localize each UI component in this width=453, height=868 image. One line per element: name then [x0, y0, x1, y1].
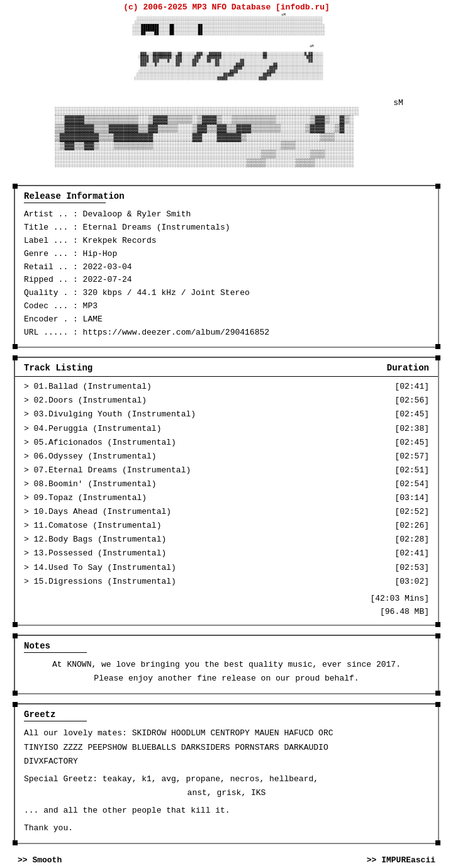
corner-tl [13, 184, 18, 189]
total-size: [96.48 MB] [24, 606, 429, 619]
track-list: > 01.Ballad (Instrumental)[02:41]> 02.Do… [24, 380, 429, 588]
corner-br [435, 691, 440, 696]
ascii-pre-render: sM ▓▓▓░░░▓▓▓▓▓▓▓▓▓░░░▓▓░░░░░░░▓▓▓░░░▓▓▓▓… [0, 43, 453, 84]
release-fields: Artist .. : Devaloop & Ryler Smith Title… [24, 208, 429, 339]
track-duration-2: [02:56] [394, 394, 429, 408]
greetz-underline [24, 721, 87, 721]
corner-tl [13, 702, 18, 707]
greetz-line2: TINYISO ZZZZ PEEPSHOW BLUEBALLS DARKSIDE… [24, 741, 429, 755]
greetz-title: Greetz [24, 709, 429, 720]
track-name-10: > 10.Days Ahead (Instrumental) [24, 505, 171, 519]
release-info-title: Release Information [24, 191, 429, 201]
corner-tr [435, 355, 440, 360]
duration-header: Duration [387, 363, 429, 373]
greetz-line7: Thank you. [24, 821, 429, 835]
greetz-body: All our lovely mates: SKIDROW HOODLUM CE… [24, 726, 429, 835]
track-row-15: > 15.Digressions (Instrumental)[03:02] [24, 575, 429, 589]
track-row-4: > 04.Peruggia (Instrumental)[02:38] [24, 422, 429, 436]
greetz-line5: anst, grisk, IKS [24, 786, 429, 800]
track-row-5: > 05.Aficionados (Instrumental)[02:45] [24, 436, 429, 450]
corner-bl [13, 691, 18, 696]
site-header: (c) 2006-2025 MP3 NFO Database [infodb.r… [0, 0, 453, 13]
corner-bl [13, 840, 18, 845]
field-artist: Artist .. : Devaloop & Ryler Smith [24, 208, 429, 221]
field-ripped: Ripped .. : 2022-07-24 [24, 274, 429, 287]
track-row-12: > 12.Body Bags (Instrumental)[02:28] [24, 533, 429, 547]
track-name-8: > 08.Boomin' (Instrumental) [24, 477, 157, 491]
track-duration-3: [02:45] [394, 408, 429, 421]
track-duration-12: [02:28] [394, 533, 429, 547]
track-name-2: > 02.Doors (Instrumental) [24, 394, 147, 408]
footer-right: >> IMPUREascii [367, 855, 435, 865]
ascii-img: sM ░░░░░░░░░░░░░░░░░░░░░░░░░░░░░░░░░░░░░… [37, 88, 416, 170]
corner-tr [435, 633, 440, 638]
track-duration-1: [02:41] [394, 380, 429, 394]
greetz-line3: DIVXFACTORY [24, 755, 429, 769]
notes-line1: At KNOWN, we love bringing you the best … [24, 658, 429, 672]
release-info-underline [24, 203, 106, 203]
track-duration-15: [03:02] [394, 575, 429, 589]
track-duration-5: [02:45] [394, 436, 429, 450]
field-genre: Genre ... : Hip-Hop [24, 248, 429, 261]
track-duration-11: [02:26] [394, 519, 429, 533]
ascii-art-visual: sM ▓▓▓░░░▓▓▓▓▓▓▓▓▓░░░▓▓░░░░░░░▓▓▓░░░▓▓▓▓… [0, 43, 453, 84]
greetz-line4: Special Greetz: teakay, k1, avg, propane… [24, 772, 429, 786]
track-row-8: > 08.Boomin' (Instrumental)[02:54] [24, 477, 429, 491]
track-duration-14: [02:53] [394, 561, 429, 575]
corner-br [435, 344, 440, 349]
notes-body: At KNOWN, we love bringing you the best … [24, 658, 429, 686]
track-row-2: > 02.Doors (Instrumental)[02:56] [24, 394, 429, 408]
corner-bl [13, 622, 18, 627]
track-name-1: > 01.Ballad (Instrumental) [24, 380, 152, 394]
track-totals: [42:03 Mins] [96.48 MB] [24, 593, 429, 619]
field-url: URL ..... : https://www.deezer.com/album… [24, 326, 429, 340]
field-retail: Retail .. : 2022-03-04 [24, 261, 429, 274]
corner-br [435, 840, 440, 845]
field-label: Label ... : Krekpek Records [24, 235, 429, 248]
track-duration-7: [02:51] [394, 464, 429, 477]
track-rows: > 01.Ballad (Instrumental)[02:41]> 02.Do… [15, 377, 438, 625]
page-footer: >> Smooth >> IMPUREascii [0, 849, 453, 868]
copyright-text: (c) 2006-2025 MP3 NFO Database [infodb.r… [123, 3, 330, 12]
ascii-art-pre: sM ░░░░░░░░░░░░░░░░░░░░░░░░░░░░░░░░░░░░░… [128, 13, 325, 36]
track-row-13: > 13.Possessed (Instrumental)[02:41] [24, 547, 429, 560]
corner-tl [13, 355, 18, 360]
track-listing-header: Track Listing [24, 363, 92, 373]
track-row-10: > 10.Days Ahead (Instrumental)[02:52] [24, 505, 429, 519]
track-row-11: > 11.Comatose (Instrumental)[02:26] [24, 519, 429, 533]
field-title: Title ... : Eternal Dreams (Instrumental… [24, 221, 429, 235]
corner-tr [435, 702, 440, 707]
track-name-5: > 05.Aficionados (Instrumental) [24, 436, 176, 450]
track-row-9: > 09.Topaz (Instrumental)[03:14] [24, 491, 429, 505]
track-name-14: > 14.Used To Say (Instrumental) [24, 561, 176, 575]
track-duration-8: [02:54] [394, 477, 429, 491]
corner-bl [13, 344, 18, 349]
greetz-line1: All our lovely mates: SKIDROW HOODLUM CE… [24, 726, 429, 740]
field-encoder: Encoder . : LAME [24, 313, 429, 326]
track-name-9: > 09.Topaz (Instrumental) [24, 491, 147, 505]
track-name-3: > 03.Divulging Youth (Instrumental) [24, 408, 196, 421]
track-listing-panel: Track Listing Duration > 01.Ballad (Inst… [14, 357, 439, 626]
track-name-15: > 15.Digressions (Instrumental) [24, 575, 176, 589]
field-codec: Codec ... : MP3 [24, 300, 429, 313]
track-header-row: Track Listing Duration [15, 358, 438, 377]
release-info-panel: Release Information Artist .. : Devaloop… [14, 185, 439, 348]
corner-tr [435, 184, 440, 189]
track-row-6: > 06.Odyssey (Instrumental)[02:57] [24, 450, 429, 464]
notes-title: Notes [24, 641, 429, 651]
notes-underline [24, 652, 87, 653]
track-name-13: > 13.Possessed (Instrumental) [24, 547, 166, 560]
notes-panel: Notes At KNOWN, we love bringing you the… [14, 635, 439, 694]
corner-tl [13, 633, 18, 638]
footer-left: >> Smooth [18, 855, 62, 865]
track-name-12: > 12.Body Bags (Instrumental) [24, 533, 166, 547]
track-name-11: > 11.Comatose (Instrumental) [24, 519, 161, 533]
track-name-6: > 06.Odyssey (Instrumental) [24, 450, 157, 464]
track-duration-10: [02:52] [394, 505, 429, 519]
track-duration-9: [03:14] [394, 491, 429, 505]
track-duration-6: [02:57] [394, 450, 429, 464]
greetz-line6: ... and all the other people that kill i… [24, 804, 429, 818]
notes-line2: Please enjoy another fine release on our… [24, 672, 429, 686]
ascii-art-block: sM ░░░░░░░░░░░░░░░░░░░░░░░░░░░░░░░░░░░░░… [0, 13, 453, 43]
track-duration-13: [02:41] [394, 547, 429, 560]
